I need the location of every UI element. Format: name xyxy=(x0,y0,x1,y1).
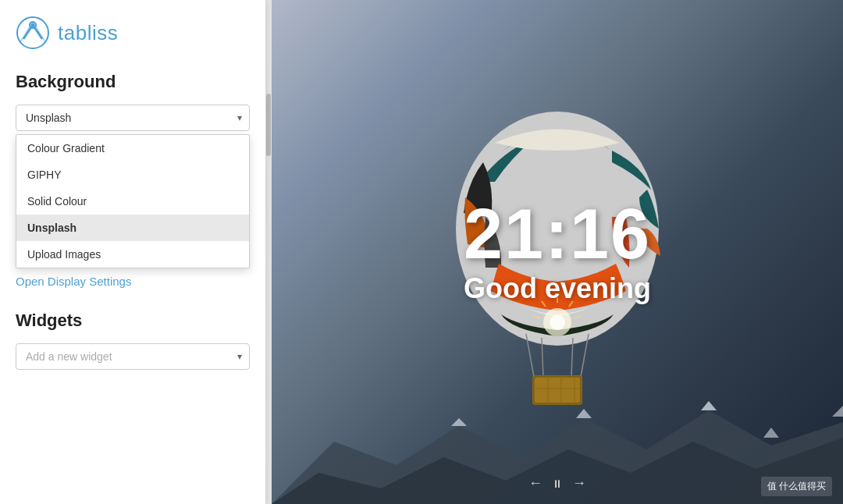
prev-image-button[interactable]: ← xyxy=(528,475,542,492)
dropdown-item-solid-colour[interactable]: Solid Colour xyxy=(16,188,249,215)
clock-overlay: 21:16 Good evening xyxy=(464,199,651,305)
background-title: Background xyxy=(16,72,250,92)
svg-marker-4 xyxy=(451,418,467,426)
svg-marker-8 xyxy=(832,406,843,417)
image-navigation: ← ⏸ → xyxy=(528,475,586,492)
scrollbar[interactable] xyxy=(265,0,272,504)
scrollbar-thumb[interactable] xyxy=(266,94,271,156)
pause-button[interactable]: ⏸ xyxy=(552,477,563,490)
main-content: 21:16 Good evening ← ⏸ → 值 什么值得买 xyxy=(272,0,843,504)
dropdown-item-upload-images[interactable]: Upload Images xyxy=(16,241,249,268)
dropdown-item-colour-gradient[interactable]: Colour Gradient xyxy=(16,135,249,161)
widgets-title: Widgets xyxy=(16,311,250,331)
clock-greeting: Good evening xyxy=(464,272,651,305)
dropdown-menu: Colour Gradient GIPHY Solid Colour Unspl… xyxy=(16,134,250,268)
logo-area: tabliss xyxy=(16,16,250,50)
sidebar: tabliss Background Unsplash ▾ Colour Gra… xyxy=(0,0,265,504)
dropdown-item-unsplash[interactable]: Unsplash xyxy=(16,215,249,241)
widgets-section: Widgets Add a new widget ▾ xyxy=(16,311,250,370)
background-section: Background Unsplash ▾ Colour Gradient GI… xyxy=(16,72,250,289)
background-image: 21:16 Good evening ← ⏸ → 值 什么值得买 xyxy=(272,0,843,504)
open-display-settings-link[interactable]: Open Display Settings xyxy=(16,275,131,288)
background-dropdown-wrapper: Unsplash ▾ Colour Gradient GIPHY Solid C… xyxy=(16,105,250,131)
svg-marker-5 xyxy=(576,409,592,418)
svg-marker-7 xyxy=(763,428,779,438)
watermark: 值 什么值得买 xyxy=(761,477,832,496)
tabliss-logo-icon xyxy=(16,16,50,50)
dropdown-item-giphy[interactable]: GIPHY xyxy=(16,161,249,188)
background-source-select[interactable]: Unsplash xyxy=(16,105,250,131)
svg-point-21 xyxy=(550,314,565,330)
add-widget-select[interactable]: Add a new widget xyxy=(16,343,250,370)
clock-time: 21:16 xyxy=(464,199,651,269)
svg-marker-6 xyxy=(701,401,717,410)
add-widget-wrapper: Add a new widget ▾ xyxy=(16,343,250,370)
app-name: tabliss xyxy=(58,21,118,45)
next-image-button[interactable]: → xyxy=(572,475,586,492)
